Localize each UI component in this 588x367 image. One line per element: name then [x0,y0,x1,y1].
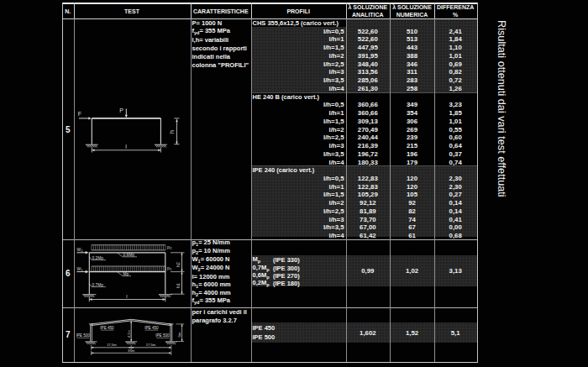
svg-text:l: l [125,144,127,149]
svg-text:35m: 35m [128,349,135,353]
svg-text:0,6Mp: 0,6Mp [123,253,135,257]
svg-text:4,5m: 4,5m [127,329,131,338]
svg-text:IPE 450: IPE 450 [144,326,159,330]
svg-text:17,5m: 17,5m [107,343,117,347]
svg-text:0,7Mp: 0,7Mp [92,283,104,287]
svg-text:h: h [169,130,175,134]
svg-text:17,5m: 17,5m [146,343,156,347]
svg-text:2: 2 [170,246,172,250]
svg-text:1: 1 [81,269,83,272]
svg-text:Mp: Mp [123,272,129,276]
svg-text:P: P [119,107,123,113]
svg-text:h2: h2 [176,262,181,267]
svg-text:l: l [126,294,127,299]
svg-text:IPE 500: IPE 500 [76,333,91,338]
svg-text:IPE 500: IPE 500 [155,333,170,338]
svg-text:IPE 450: IPE 450 [100,326,114,330]
svg-text:1: 1 [170,267,172,271]
svg-text:6m: 6m [177,332,181,337]
svg-text:F: F [78,111,81,117]
svg-text:2: 2 [81,249,83,253]
svg-text:h1: h1 [176,283,181,288]
svg-text:0,2Mp: 0,2Mp [92,256,104,260]
